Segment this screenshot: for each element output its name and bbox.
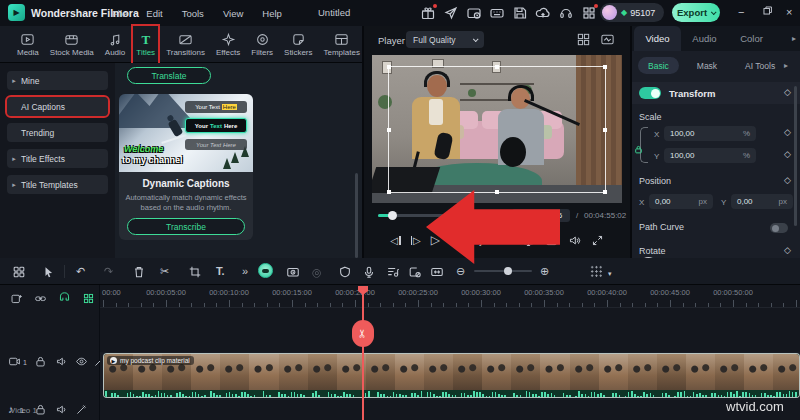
tab-video[interactable]: Video — [634, 26, 681, 51]
tab-transitions[interactable]: Transitions — [163, 26, 208, 63]
next-frame-button[interactable]: ▷ — [411, 235, 421, 246]
properties-scrollbar[interactable] — [794, 86, 797, 226]
playhead-split-button[interactable]: ✂ — [352, 320, 374, 347]
keyboard-icon[interactable] — [489, 5, 505, 21]
speed-ramp-icon[interactable] — [286, 265, 300, 282]
expand-arrow-icon[interactable]: ▸ — [7, 181, 21, 189]
minimize-button[interactable]: − — [738, 6, 744, 18]
audio-lock-icon[interactable] — [34, 403, 47, 418]
undo-icon[interactable]: ↶ — [76, 264, 85, 278]
quality-dropdown[interactable]: Full Quality — [406, 31, 484, 48]
previous-frame-button[interactable]: ◁ — [390, 235, 400, 246]
export-button[interactable]: Export — [672, 3, 720, 22]
subtabs-overflow-chevron-icon[interactable]: ▸ — [784, 61, 788, 70]
position-x-input[interactable]: 0,00 px — [649, 194, 713, 209]
transform-toggle[interactable] — [639, 87, 661, 99]
track-manager-chevron-icon[interactable]: ▾ — [608, 267, 612, 281]
audio-mute-icon[interactable] — [55, 403, 68, 418]
audio-wand-icon[interactable] — [75, 403, 88, 418]
clip-disable-icon[interactable] — [408, 265, 422, 282]
track-manager-icon[interactable] — [590, 265, 603, 278]
scale-y-input[interactable]: 100,00 % — [664, 148, 756, 163]
position-keyframe-icon[interactable]: ◇ — [784, 175, 791, 185]
timeline-zoom-slider[interactable] — [474, 270, 532, 272]
redo-icon[interactable]: ↷ — [104, 264, 113, 278]
subtab-basic[interactable]: Basic — [638, 57, 679, 74]
sidebar-item-mine[interactable]: ▸Mine — [7, 71, 108, 90]
support-headset-icon[interactable] — [558, 5, 574, 21]
expand-arrow-icon[interactable]: ▸ — [7, 155, 21, 163]
multi-view-icon[interactable] — [576, 32, 591, 51]
mask-shield-icon[interactable] — [338, 265, 352, 282]
cloud-upload-icon[interactable] — [535, 5, 551, 21]
ai-assistant-icon[interactable] — [258, 263, 273, 278]
tab-audio[interactable]: Audio — [681, 26, 728, 51]
video-clip[interactable]: ▶ my podcast clip material — [103, 353, 800, 398]
license-icon[interactable] — [466, 5, 482, 21]
video-mute-icon[interactable] — [55, 355, 68, 370]
preview-mode-icon[interactable] — [600, 32, 615, 51]
tabs-overflow-chevron-icon[interactable]: ▸ — [792, 34, 796, 43]
transcribe-button[interactable]: Transcribe — [127, 218, 245, 235]
sidebar-item-ai-captions[interactable]: AI Captions — [7, 97, 108, 116]
split-icon[interactable]: ✂ — [160, 264, 169, 278]
subtab-ai-tools[interactable]: AI Tools — [735, 57, 785, 74]
auto-ripple-icon[interactable] — [58, 292, 71, 307]
voiceover-mic-icon[interactable] — [362, 265, 376, 282]
video-preview[interactable] — [372, 55, 622, 203]
more-tools-icon[interactable]: » — [242, 264, 248, 278]
delete-icon[interactable] — [132, 265, 146, 282]
select-tool-icon[interactable] — [42, 265, 56, 282]
crop-icon[interactable] — [188, 265, 202, 282]
restore-button[interactable] — [762, 5, 773, 18]
sidebar-item-title-effects[interactable]: ▸Title Effects — [7, 149, 108, 168]
scale-x-input[interactable]: 100,00 % — [664, 126, 756, 141]
seek-handle[interactable] — [388, 211, 397, 220]
fit-timeline-icon[interactable] — [430, 265, 444, 282]
gift-icon[interactable] — [420, 5, 436, 21]
magnetic-timeline-icon[interactable] — [82, 292, 95, 307]
expand-arrow-icon[interactable]: ▸ — [7, 77, 21, 85]
promotion-icon[interactable] — [443, 5, 459, 21]
playhead-line[interactable] — [362, 287, 364, 420]
timeline-ruler[interactable]: 00:0000:00:05:0000:00:10:0000:00:15:0000… — [100, 285, 800, 308]
video-lock-icon[interactable] — [34, 355, 47, 370]
menu-file[interactable]: File — [112, 8, 127, 19]
tab-media[interactable]: Media — [14, 26, 42, 63]
screen-record-icon[interactable]: ◎ — [312, 265, 322, 279]
audio-marker-icon[interactable] — [386, 265, 400, 282]
points-badge[interactable]: ◆ 95107 — [600, 3, 664, 22]
add-track-icon[interactable] — [10, 292, 23, 307]
zoom-in-icon[interactable]: ⊕ — [540, 264, 549, 278]
sidebar-item-title-templates[interactable]: ▸Title Templates — [7, 175, 108, 194]
zoom-out-icon[interactable]: ⊖ — [456, 264, 465, 278]
text-tool-icon[interactable]: T. — [216, 264, 225, 278]
fullscreen-icon[interactable] — [591, 234, 604, 247]
link-clips-icon[interactable] — [34, 292, 47, 307]
apps-grid-icon[interactable] — [581, 5, 597, 21]
scale-lock-icon[interactable] — [634, 140, 643, 158]
tab-color[interactable]: Color — [728, 26, 775, 51]
menu-help[interactable]: Help — [262, 8, 282, 19]
tab-audio[interactable]: Audio — [102, 26, 128, 63]
menu-view[interactable]: View — [223, 8, 243, 19]
tab-filters[interactable]: Filters — [248, 26, 276, 63]
transform-keyframe-icon[interactable]: ◇ — [784, 87, 791, 97]
save-icon[interactable] — [512, 5, 528, 21]
volume-icon[interactable] — [568, 234, 581, 247]
zoom-slider-handle[interactable] — [504, 267, 512, 275]
tab-titles[interactable]: TTitles — [133, 26, 158, 63]
translate-button[interactable]: Translate — [127, 67, 211, 84]
scale-y-keyframe-icon[interactable]: ◇ — [784, 149, 791, 159]
position-y-input[interactable]: 0,00 px — [731, 194, 793, 209]
video-hide-icon[interactable] — [75, 355, 88, 370]
subtab-mask[interactable]: Mask — [687, 57, 727, 74]
menu-edit[interactable]: Edit — [146, 8, 162, 19]
close-button[interactable]: × — [786, 6, 792, 18]
dynamic-captions-card[interactable]: Welcome to my channel Your TextHere Your… — [119, 94, 253, 240]
scale-x-keyframe-icon[interactable]: ◇ — [784, 127, 791, 137]
path-curve-toggle[interactable] — [770, 223, 788, 233]
transform-bounding-box[interactable] — [388, 66, 606, 193]
user-avatar[interactable] — [602, 5, 617, 20]
rotate-keyframe-icon[interactable]: ◇ — [784, 245, 791, 255]
